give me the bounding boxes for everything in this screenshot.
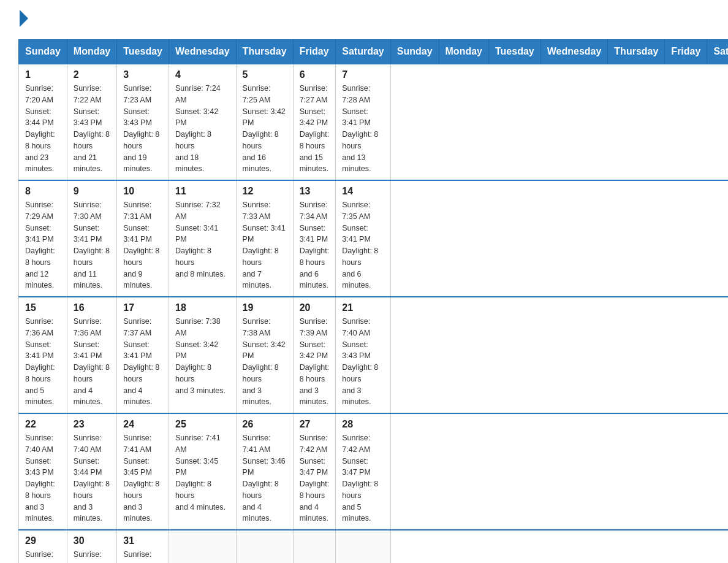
calendar-cell [336, 530, 390, 563]
calendar-cell: 4Sunrise: 7:24 AMSunset: 3:42 PMDaylight… [169, 64, 236, 180]
calendar-cell: 28Sunrise: 7:42 AMSunset: 3:47 PMDayligh… [336, 413, 390, 530]
day-info: Sunrise: 7:40 AMSunset: 3:43 PMDaylight:… [25, 432, 61, 524]
calendar-table: SundayMondayTuesdayWednesdayThursdayFrid… [18, 39, 728, 563]
calendar-cell [293, 530, 336, 563]
day-number: 8 [25, 186, 61, 197]
day-info: Sunrise: 7:23 AMSunset: 3:43 PMDaylight:… [123, 83, 162, 175]
calendar-cell: 24Sunrise: 7:41 AMSunset: 3:45 PMDayligh… [117, 413, 169, 530]
day-number: 23 [74, 419, 110, 430]
calendar-row-3: 15Sunrise: 7:36 AMSunset: 3:41 PMDayligh… [19, 297, 729, 413]
calendar-cell: 15Sunrise: 7:36 AMSunset: 3:41 PMDayligh… [19, 297, 67, 413]
day-number: 27 [300, 419, 330, 430]
calendar-cell: 8Sunrise: 7:29 AMSunset: 3:41 PMDaylight… [19, 180, 67, 297]
col-header-wednesday: Wednesday [540, 40, 608, 64]
day-info: Sunrise: 7:42 AMSunset: 3:47 PMDaylight:… [342, 432, 384, 524]
col-header-wednesday: Wednesday [169, 40, 236, 64]
calendar-row-2: 8Sunrise: 7:29 AMSunset: 3:41 PMDaylight… [19, 180, 729, 297]
day-info: Sunrise: 7:42 AMSunset: 3:48 PMDaylight:… [25, 549, 61, 563]
calendar-row-4: 22Sunrise: 7:40 AMSunset: 3:43 PMDayligh… [19, 413, 729, 530]
day-info: Sunrise: 7:34 AMSunset: 3:41 PMDaylight:… [300, 199, 330, 291]
day-number: 7 [342, 69, 384, 80]
day-info: Sunrise: 7:42 AMSunset: 3:49 PMDaylight:… [74, 549, 110, 563]
calendar-cell: 5Sunrise: 7:25 AMSunset: 3:42 PMDaylight… [236, 64, 293, 180]
day-info: Sunrise: 7:42 AMSunset: 3:47 PMDaylight:… [300, 432, 330, 524]
day-number: 15 [25, 302, 61, 313]
day-number: 14 [342, 186, 384, 197]
day-number: 30 [74, 535, 110, 546]
day-number: 16 [74, 302, 110, 313]
calendar-cell [236, 530, 293, 563]
calendar-cell: 29Sunrise: 7:42 AMSunset: 3:48 PMDayligh… [19, 530, 67, 563]
day-number: 1 [25, 69, 61, 80]
col-header-tuesday: Tuesday [117, 40, 169, 64]
col-header-thursday: Thursday [236, 40, 293, 64]
day-info: Sunrise: 7:22 AMSunset: 3:43 PMDaylight:… [74, 83, 110, 175]
day-number: 9 [74, 186, 110, 197]
day-info: Sunrise: 7:29 AMSunset: 3:41 PMDaylight:… [25, 199, 61, 291]
day-info: Sunrise: 7:20 AMSunset: 3:44 PMDaylight:… [25, 83, 61, 175]
calendar-cell: 18Sunrise: 7:38 AMSunset: 3:42 PMDayligh… [169, 297, 236, 413]
day-info: Sunrise: 7:28 AMSunset: 3:41 PMDaylight:… [342, 83, 384, 175]
day-number: 25 [175, 419, 230, 430]
calendar-cell: 27Sunrise: 7:42 AMSunset: 3:47 PMDayligh… [293, 413, 336, 530]
calendar-row-5: 29Sunrise: 7:42 AMSunset: 3:48 PMDayligh… [19, 530, 729, 563]
logo [18, 12, 28, 27]
col-header-sunday: Sunday [19, 40, 67, 64]
calendar-cell: 21Sunrise: 7:40 AMSunset: 3:43 PMDayligh… [336, 297, 390, 413]
calendar-cell: 9Sunrise: 7:30 AMSunset: 3:41 PMDaylight… [67, 180, 116, 297]
day-number: 17 [123, 302, 162, 313]
calendar-cell: 7Sunrise: 7:28 AMSunset: 3:41 PMDaylight… [336, 64, 390, 180]
day-info: Sunrise: 7:31 AMSunset: 3:41 PMDaylight:… [123, 199, 162, 291]
day-number: 6 [300, 69, 330, 80]
day-number: 26 [243, 419, 287, 430]
day-number: 31 [123, 535, 162, 546]
day-info: Sunrise: 7:36 AMSunset: 3:41 PMDaylight:… [25, 316, 61, 408]
calendar-cell: 13Sunrise: 7:34 AMSunset: 3:41 PMDayligh… [293, 180, 336, 297]
col-header-saturday: Saturday [707, 40, 728, 64]
day-info: Sunrise: 7:42 AMSunset: 3:50 PMDaylight:… [123, 549, 162, 563]
day-info: Sunrise: 7:38 AMSunset: 3:42 PMDaylight:… [243, 316, 287, 408]
col-header-tuesday: Tuesday [488, 40, 540, 64]
day-number: 10 [123, 186, 162, 197]
logo-arrow-icon [20, 10, 28, 27]
day-info: Sunrise: 7:40 AMSunset: 3:43 PMDaylight:… [342, 316, 384, 408]
calendar-cell: 12Sunrise: 7:33 AMSunset: 3:41 PMDayligh… [236, 180, 293, 297]
day-number: 2 [74, 69, 110, 80]
col-header-saturday: Saturday [336, 40, 390, 64]
day-number: 21 [342, 302, 384, 313]
day-info: Sunrise: 7:41 AMSunset: 3:46 PMDaylight:… [243, 432, 287, 524]
day-info: Sunrise: 7:32 AMSunset: 3:41 PMDaylight:… [175, 199, 230, 280]
day-info: Sunrise: 7:35 AMSunset: 3:41 PMDaylight:… [342, 199, 384, 291]
day-info: Sunrise: 7:37 AMSunset: 3:41 PMDaylight:… [123, 316, 162, 408]
calendar-cell: 1Sunrise: 7:20 AMSunset: 3:44 PMDaylight… [19, 64, 67, 180]
day-number: 13 [300, 186, 330, 197]
day-number: 4 [175, 69, 230, 80]
day-number: 19 [243, 302, 287, 313]
calendar-cell: 3Sunrise: 7:23 AMSunset: 3:43 PMDaylight… [117, 64, 169, 180]
calendar-cell: 25Sunrise: 7:41 AMSunset: 3:45 PMDayligh… [169, 413, 236, 530]
day-info: Sunrise: 7:40 AMSunset: 3:44 PMDaylight:… [74, 432, 110, 524]
calendar-cell [169, 530, 236, 563]
col-header-friday: Friday [665, 40, 707, 64]
day-number: 11 [175, 186, 230, 197]
col-header-thursday: Thursday [608, 40, 665, 64]
calendar-cell: 30Sunrise: 7:42 AMSunset: 3:49 PMDayligh… [67, 530, 116, 563]
day-number: 22 [25, 419, 61, 430]
calendar-cell: 22Sunrise: 7:40 AMSunset: 3:43 PMDayligh… [19, 413, 67, 530]
day-info: Sunrise: 7:27 AMSunset: 3:42 PMDaylight:… [300, 83, 330, 175]
day-info: Sunrise: 7:33 AMSunset: 3:41 PMDaylight:… [243, 199, 287, 291]
calendar-cell: 2Sunrise: 7:22 AMSunset: 3:43 PMDaylight… [67, 64, 116, 180]
header-row: SundayMondayTuesdayWednesdayThursdayFrid… [19, 40, 729, 64]
day-info: Sunrise: 7:25 AMSunset: 3:42 PMDaylight:… [243, 83, 287, 175]
calendar-cell: 23Sunrise: 7:40 AMSunset: 3:44 PMDayligh… [67, 413, 116, 530]
calendar-cell: 17Sunrise: 7:37 AMSunset: 3:41 PMDayligh… [117, 297, 169, 413]
col-header-sunday: Sunday [390, 40, 439, 64]
day-number: 20 [300, 302, 330, 313]
calendar-cell: 26Sunrise: 7:41 AMSunset: 3:46 PMDayligh… [236, 413, 293, 530]
calendar-cell: 19Sunrise: 7:38 AMSunset: 3:42 PMDayligh… [236, 297, 293, 413]
day-info: Sunrise: 7:36 AMSunset: 3:41 PMDaylight:… [74, 316, 110, 408]
day-info: Sunrise: 7:38 AMSunset: 3:42 PMDaylight:… [175, 316, 230, 396]
calendar-cell: 11Sunrise: 7:32 AMSunset: 3:41 PMDayligh… [169, 180, 236, 297]
day-info: Sunrise: 7:30 AMSunset: 3:41 PMDaylight:… [74, 199, 110, 291]
calendar-cell: 6Sunrise: 7:27 AMSunset: 3:42 PMDaylight… [293, 64, 336, 180]
